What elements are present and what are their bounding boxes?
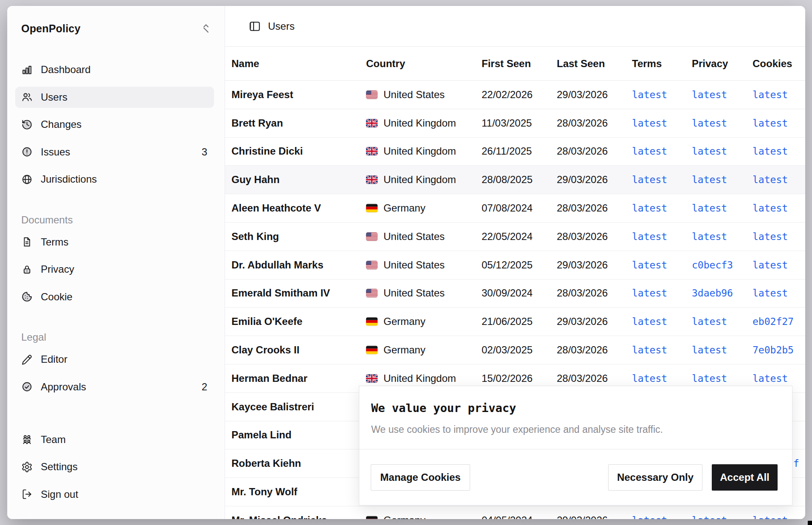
privacy-version-link[interactable]: c0becf3 (692, 260, 733, 271)
user-name-cell: Mireya Feest (231, 89, 366, 101)
country-cell: Germany (366, 514, 482, 519)
cookies-version-link[interactable]: 7e0b2b5 (753, 344, 794, 356)
sidebar-item-label: Terms (41, 236, 68, 248)
cookies-version-link[interactable]: latest (753, 288, 788, 299)
sidebar-item-terms[interactable]: Terms (15, 231, 214, 253)
manage-cookies-button[interactable]: Manage Cookies (371, 464, 470, 491)
cookies-version-link-fragment[interactable]: f (793, 458, 799, 469)
panel-left-icon[interactable] (248, 20, 261, 33)
history-icon (21, 119, 33, 130)
user-name-cell: Dr. Abdullah Marks (231, 259, 366, 271)
table-row[interactable]: Seth KingUnited States22/05/202428/03/20… (225, 223, 805, 251)
terms-version-link[interactable]: latest (632, 174, 667, 185)
sidebar-item-label: Changes (41, 119, 82, 130)
country-label: Germany (383, 514, 426, 519)
table-row[interactable]: Clay Crooks IIGermany02/03/202528/03/202… (225, 336, 805, 364)
terms-version-link[interactable]: latest (632, 316, 667, 327)
terms-version-link[interactable]: latest (632, 231, 667, 242)
cookies-version-link[interactable]: latest (753, 260, 788, 271)
sidebar-item-label: Privacy (41, 263, 74, 275)
privacy-version-link[interactable]: latest (692, 146, 727, 157)
cookies-version-link[interactable]: latest (753, 515, 788, 519)
sidebar-item-approvals[interactable]: Approvals2 (15, 376, 214, 398)
country-label: United Kingdom (383, 373, 456, 384)
cookies-version-link[interactable]: eb02f27 (753, 316, 794, 327)
country-label: Germany (383, 344, 426, 356)
table-row[interactable]: Emilia O'KeefeGermany21/06/202529/03/202… (225, 308, 805, 336)
app-window: OpenPolicy DashboardUsersChangesIssues3J… (7, 6, 805, 519)
privacy-version-link[interactable]: latest (692, 118, 727, 129)
cookies-version-link[interactable]: latest (753, 118, 788, 129)
last-seen-cell: 28/03/2026 (557, 202, 632, 214)
sidebar-nav-documents: TermsPrivacyCookie (15, 231, 214, 314)
terms-version-link[interactable]: latest (632, 515, 667, 519)
privacy-version-link[interactable]: 3daeb96 (692, 288, 733, 299)
terms-cell: latest (632, 202, 692, 214)
workspace-switcher[interactable]: OpenPolicy (15, 22, 214, 35)
country-cell: United States (366, 89, 482, 101)
sidebar-item-users[interactable]: Users (15, 87, 214, 108)
privacy-version-link[interactable]: latest (692, 203, 727, 214)
first-seen-cell: 04/05/2024 (482, 514, 557, 519)
country-label: United Kingdom (383, 174, 456, 186)
privacy-version-link[interactable]: latest (692, 316, 727, 327)
sidebar-item-settings[interactable]: Settings (15, 456, 214, 477)
necessary-only-button[interactable]: Necessary Only (608, 464, 702, 491)
user-name-cell: Clay Crooks II (231, 344, 366, 356)
sidebar-item-privacy[interactable]: Privacy (15, 259, 214, 280)
cookies-version-link[interactable]: latest (753, 174, 788, 185)
terms-version-link[interactable]: latest (632, 344, 667, 356)
table-row[interactable]: Aleen Heathcote VGermany07/08/202428/03/… (225, 194, 805, 223)
terms-version-link[interactable]: latest (632, 89, 667, 100)
terms-cell: latest (632, 117, 692, 129)
privacy-cell: latest (692, 373, 753, 384)
sidebar-item-team[interactable]: Team (15, 429, 214, 450)
sidebar-item-issues[interactable]: Issues3 (15, 141, 214, 163)
table-row[interactable]: Brett RyanUnited Kingdom11/03/202528/03/… (225, 109, 805, 138)
terms-version-link[interactable]: latest (632, 203, 667, 214)
cookie-icon (21, 291, 33, 302)
terms-version-link[interactable]: latest (632, 373, 667, 384)
cookies-version-link[interactable]: latest (753, 231, 788, 242)
first-seen-cell: 28/08/2025 (482, 174, 557, 186)
first-seen-cell: 02/03/2025 (482, 344, 557, 356)
terms-version-link[interactable]: latest (632, 146, 667, 157)
last-seen-cell: 28/03/2026 (557, 145, 632, 157)
cookies-cell: latest (753, 514, 805, 519)
user-name-cell: Guy Hahn (231, 174, 366, 186)
first-seen-cell: 15/02/2026 (482, 373, 557, 384)
terms-version-link[interactable]: latest (632, 288, 667, 299)
terms-cell: latest (632, 231, 692, 243)
table-row[interactable]: Emerald Smitham IVUnited States30/09/202… (225, 279, 805, 308)
privacy-cell: latest (692, 514, 753, 519)
cookies-version-link[interactable]: latest (753, 203, 788, 214)
table-row[interactable]: Mireya FeestUnited States22/02/202629/03… (225, 81, 805, 109)
sidebar-item-dashboard[interactable]: Dashboard (15, 59, 214, 80)
table-row[interactable]: Christine DickiUnited Kingdom26/11/20252… (225, 138, 805, 166)
cookies-version-link[interactable]: latest (753, 146, 788, 157)
accept-all-button[interactable]: Accept All (712, 464, 778, 491)
cookies-version-link[interactable]: latest (753, 89, 788, 100)
first-seen-cell: 22/02/2026 (482, 89, 557, 101)
sidebar-item-changes[interactable]: Changes (15, 114, 214, 135)
column-header-last-seen: Last Seen (557, 58, 632, 70)
privacy-version-link[interactable]: latest (692, 174, 727, 185)
table-row[interactable]: Dr. Abdullah MarksUnited States05/12/202… (225, 251, 805, 279)
sidebar-item-editor[interactable]: Editor (15, 349, 214, 370)
privacy-version-link[interactable]: latest (692, 515, 727, 519)
sidebar-item-jurisdictions[interactable]: Jurisdictions (15, 169, 214, 190)
sidebar-item-cookie[interactable]: Cookie (15, 286, 214, 308)
flag-us-icon (366, 90, 378, 99)
terms-version-link[interactable]: latest (632, 260, 667, 271)
cookies-version-link[interactable]: latest (753, 373, 788, 384)
terms-version-link[interactable]: latest (632, 118, 667, 129)
privacy-version-link[interactable]: latest (692, 231, 727, 242)
table-row[interactable]: Mr. Misael OndrickaGermany04/05/202429/0… (225, 506, 805, 519)
privacy-version-link[interactable]: latest (692, 89, 727, 100)
sidebar-item-sign-out[interactable]: Sign out (15, 484, 214, 505)
privacy-version-link[interactable]: latest (692, 344, 727, 356)
privacy-version-link[interactable]: latest (692, 373, 727, 384)
last-seen-cell: 29/03/2026 (557, 514, 632, 519)
table-row[interactable]: Guy HahnUnited Kingdom28/08/202529/03/20… (225, 166, 805, 194)
chevrons-up-down-icon[interactable] (200, 22, 211, 35)
